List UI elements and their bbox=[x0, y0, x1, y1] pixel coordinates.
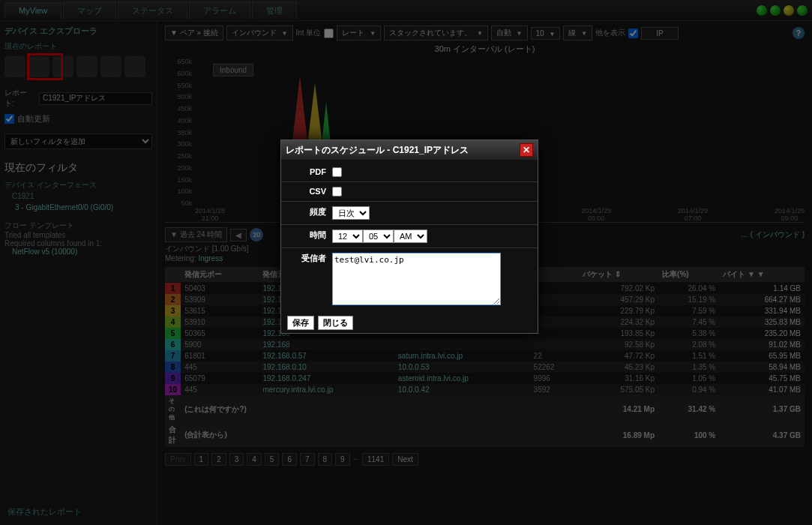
hour-select[interactable]: 12 bbox=[332, 230, 363, 243]
minute-select[interactable]: 05 bbox=[363, 230, 394, 243]
close-icon[interactable]: ✕ bbox=[520, 143, 533, 157]
frequency-label: 頻度 bbox=[289, 206, 326, 218]
pdf-checkbox[interactable] bbox=[332, 167, 342, 177]
frequency-select[interactable]: 日次 bbox=[332, 206, 370, 220]
save-button[interactable]: 保存 bbox=[287, 316, 314, 330]
recipients-label: 受信者 bbox=[289, 253, 326, 264]
csv-checkbox[interactable] bbox=[332, 187, 342, 196]
recipients-textarea[interactable]: test@lvi.co.jp bbox=[332, 253, 501, 305]
ampm-select[interactable]: AM bbox=[394, 230, 427, 243]
modal-title-text: レポートのスケジュール - C1921_IPアドレス bbox=[286, 144, 469, 157]
schedule-modal: レポートのスケジュール - C1921_IPアドレス ✕ PDF CSV 頻度 … bbox=[280, 140, 538, 334]
csv-label: CSV bbox=[289, 187, 326, 196]
time-label: 時間 bbox=[289, 230, 326, 241]
close-button[interactable]: 閉じる bbox=[318, 316, 353, 330]
pdf-label: PDF bbox=[289, 167, 326, 176]
